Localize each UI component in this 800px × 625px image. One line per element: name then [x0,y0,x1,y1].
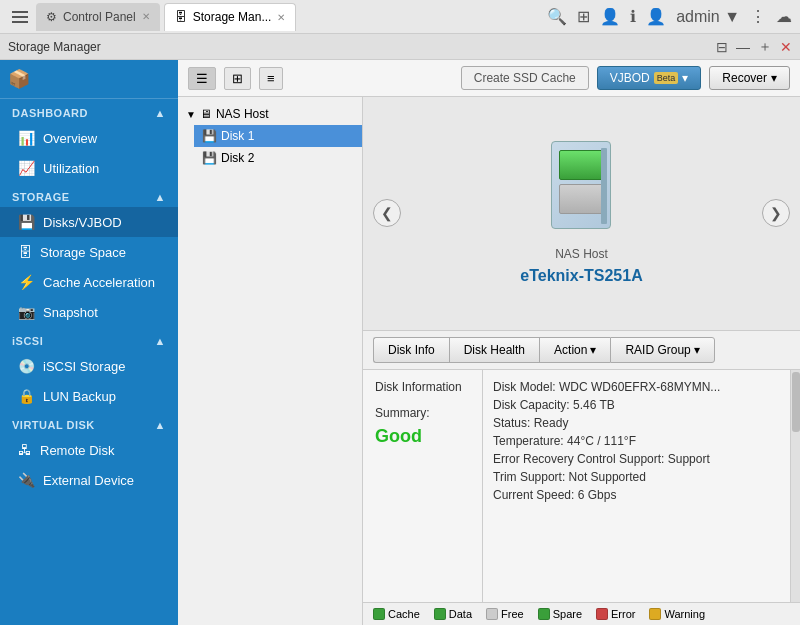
sidebar-item-external-device[interactable]: 🔌 External Device [0,465,178,495]
tree-item-disk2[interactable]: 💾 Disk 2 [194,147,362,169]
disk-icon: 💾 [202,129,217,143]
view-list-btn[interactable]: ☰ [188,67,216,90]
secondary-display-icon[interactable]: ⊟ [716,39,728,55]
info-row-erc: Error Recovery Control Support: Support [493,450,780,468]
device-name: eTeknix-TS251A [520,267,642,285]
sidebar-item-snapshot[interactable]: 📷 Snapshot [0,297,178,327]
disk-icon: 💾 [202,151,217,165]
sidebar-section-iscsi[interactable]: iSCSI ▲ [0,327,178,351]
info-row-capacity: Disk Capacity: 5.46 TB [493,396,780,414]
summary-value: Good [375,426,470,447]
chevron-icon: ▲ [155,191,166,203]
iscsi-icon: 💿 [18,358,35,374]
admin-button[interactable]: admin ▼ [676,8,740,26]
titlebar-controls: ⊟ — ＋ ✕ [716,38,792,56]
recover-dropdown-icon: ▾ [771,71,777,85]
raid-group-button[interactable]: RAID Group ▾ [610,337,714,363]
sidebar-item-overview[interactable]: 📊 Overview [0,123,178,153]
snapshot-icon: 📷 [18,304,35,320]
vjbod-button[interactable]: VJBOD Beta ▾ [597,66,702,90]
sidebar-section-virtual-disk[interactable]: VIRTUAL DISK ▲ [0,411,178,435]
app-title: Storage Manager [8,40,101,54]
svg-rect-0 [12,11,28,13]
sidebar-app-icon: 📦 [0,60,178,99]
nav-next-button[interactable]: ❯ [762,199,790,227]
disk-actions: Disk Info Disk Health Action ▾ RAID Grou… [363,330,800,369]
create-ssd-cache-button[interactable]: Create SSD Cache [461,66,589,90]
window-icon: — [736,39,750,55]
sidebar-item-cache-acceleration[interactable]: ⚡ Cache Acceleration [0,267,178,297]
profile-icon[interactable]: 👤 [646,7,666,26]
view-details-btn[interactable]: ≡ [259,67,283,90]
tab-storage-manager[interactable]: 🗄 Storage Man... ✕ [164,3,297,31]
sidebar: 📦 DASHBOARD ▲ 📊 Overview 📈 Utilization S… [0,60,178,625]
action-button[interactable]: Action ▾ [539,337,610,363]
minimize-icon[interactable]: ＋ [758,38,772,56]
sidebar-section-dashboard[interactable]: DASHBOARD ▲ [0,99,178,123]
cache-icon: ⚡ [18,274,35,290]
sidebar-item-remote-disk[interactable]: 🖧 Remote Disk [0,435,178,465]
raid-dropdown-icon: ▾ [694,343,700,357]
tree-item-nas-host[interactable]: ▼ 🖥 NAS Host [178,103,362,125]
device-visual: ❮ NAS H [363,97,800,330]
tree-item-disk1[interactable]: 💾 Disk 1 [194,125,362,147]
main-area: ☰ ⊞ ≡ Create SSD Cache VJBOD Beta ▾ Reco… [178,60,800,625]
summary-label: Summary: [375,406,470,420]
close-icon[interactable]: ✕ [780,39,792,55]
browser-bar: ⚙ Control Panel ✕ 🗄 Storage Man... ✕ 🔍 ⊞… [0,0,800,34]
layers-icon[interactable]: ⊞ [577,7,590,26]
tab-control-panel[interactable]: ⚙ Control Panel ✕ [36,3,160,31]
app-content: 📦 DASHBOARD ▲ 📊 Overview 📈 Utilization S… [0,60,800,625]
info-row-model: Disk Model: WDC WD60EFRX-68MYMN... [493,378,780,396]
disk-info-button[interactable]: Disk Info [373,337,449,363]
sidebar-item-iscsi-storage[interactable]: 💿 iSCSI Storage [0,351,178,381]
nas-host-icon: 🖥 [200,107,212,121]
app-icon: 📦 [8,69,30,89]
network-icon[interactable]: ☁ [776,7,792,26]
overview-icon: 📊 [18,130,35,146]
device-container: NAS Host eTeknix-TS251A [520,141,642,285]
info-row-temp: Temperature: 44°C / 111°F [493,432,780,450]
tab-close-icon[interactable]: ✕ [142,11,150,22]
sidebar-item-lun-backup[interactable]: 🔒 LUN Backup [0,381,178,411]
app-titlebar: Storage Manager ⊟ — ＋ ✕ [0,34,800,60]
disk-icon: 💾 [18,214,35,230]
chevron-icon: ▲ [155,107,166,119]
search-icon[interactable]: 🔍 [547,7,567,26]
tab-icon: ⚙ [46,10,57,24]
remote-disk-icon: 🖧 [18,442,32,458]
tab-close-icon[interactable]: ✕ [277,12,285,23]
tab-icon: 🗄 [175,10,187,24]
legend-error: Error [596,608,635,620]
lun-icon: 🔒 [18,388,35,404]
legend: Cache Data Free Spare [363,602,800,625]
storage-icon: 🗄 [18,244,32,260]
nav-prev-button[interactable]: ❮ [373,199,401,227]
info-right: Disk Model: WDC WD60EFRX-68MYMN... Disk … [483,370,790,603]
device-host-label: NAS Host [555,247,608,261]
nas-device-illustration [546,141,616,241]
browser-menu-icon[interactable] [8,5,32,29]
info-icon[interactable]: ℹ [630,7,636,26]
beta-badge: Beta [654,72,679,84]
utilization-icon: 📈 [18,160,35,176]
legend-data: Data [434,608,472,620]
view-grid-btn[interactable]: ⊞ [224,67,251,90]
info-row-status: Status: Ready [493,414,780,432]
sidebar-item-storage-space[interactable]: 🗄 Storage Space [0,237,178,267]
info-area: Disk Information Summary: Good Disk Mode… [363,369,800,603]
sidebar-item-disks-vjbod[interactable]: 💾 Disks/VJBOD [0,207,178,237]
user-icon[interactable]: 👤 [600,7,620,26]
svg-rect-2 [12,21,28,23]
content-split: ▼ 🖥 NAS Host 💾 Disk 1 💾 Disk 2 [178,97,800,625]
legend-free: Free [486,608,524,620]
sidebar-section-storage[interactable]: STORAGE ▲ [0,183,178,207]
browser-icons: 🔍 ⊞ 👤 ℹ 👤 admin ▼ ⋮ ☁ [547,7,792,26]
scrollbar[interactable] [790,370,800,603]
more-icon[interactable]: ⋮ [750,7,766,26]
info-left: Disk Information Summary: Good [363,370,483,603]
tree-panel: ▼ 🖥 NAS Host 💾 Disk 1 💾 Disk 2 [178,97,363,625]
sidebar-item-utilization[interactable]: 📈 Utilization [0,153,178,183]
recover-button[interactable]: Recover ▾ [709,66,790,90]
disk-health-button[interactable]: Disk Health [449,337,539,363]
